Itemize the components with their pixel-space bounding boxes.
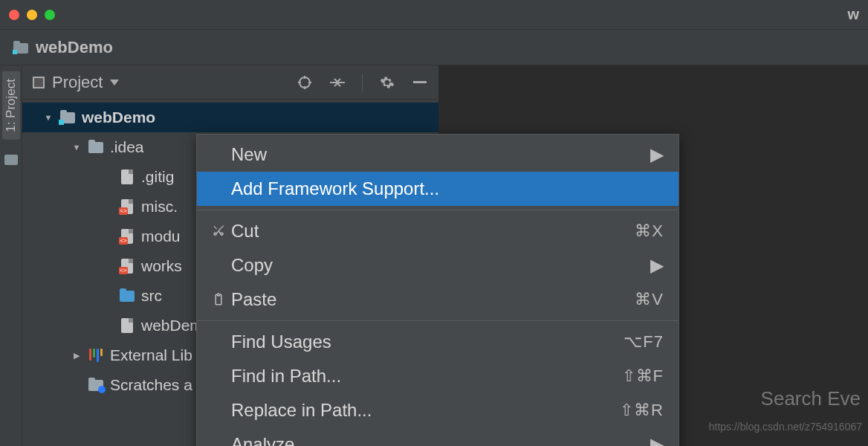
- menu-item[interactable]: Analyze▶: [197, 427, 678, 446]
- menu-shortcut: ⌥F7: [624, 332, 664, 352]
- tree-node-label: webDem: [141, 317, 203, 334]
- maximize-window-icon[interactable]: [45, 10, 55, 20]
- menu-item[interactable]: Copy▶: [197, 248, 678, 282]
- xml-file-icon: <>: [119, 259, 135, 273]
- tree-node-label: misc.: [141, 198, 178, 216]
- menu-item[interactable]: New▶: [197, 138, 678, 172]
- menu-shortcut: ⇧⌘F: [622, 366, 664, 386]
- xml-file-icon: <>: [119, 200, 135, 213]
- svg-point-0: [299, 77, 310, 88]
- locate-icon[interactable]: [297, 74, 313, 91]
- module-folder-icon: [13, 42, 28, 54]
- cut-icon: [206, 224, 231, 238]
- context-menu: New▶Add Framework Support...Cut⌘XCopy▶Pa…: [196, 134, 679, 446]
- xml-file-icon: <>: [119, 230, 135, 243]
- window-controls: [9, 10, 55, 20]
- structure-tool-icon[interactable]: [4, 155, 18, 165]
- menu-item-label: Analyze: [231, 434, 650, 446]
- project-view-icon: [33, 77, 45, 88]
- blue-folder-icon: [119, 289, 135, 303]
- tree-node-label: modu: [141, 227, 181, 245]
- library-icon: [88, 349, 104, 362]
- gear-icon[interactable]: [379, 74, 395, 91]
- menu-separator: [197, 320, 678, 321]
- file-icon: [119, 170, 135, 184]
- breadcrumb-project[interactable]: webDemo: [36, 38, 113, 57]
- menu-shortcut: ⌘V: [635, 290, 664, 309]
- menu-item[interactable]: Replace in Path...⇧⌘R: [197, 393, 678, 427]
- tree-node-label: Scratches a: [110, 376, 192, 394]
- tree-node-label: webDemo: [82, 109, 155, 126]
- menu-item[interactable]: Find Usages⌥F7: [197, 325, 678, 359]
- module-folder-icon: [59, 111, 76, 124]
- menu-separator: [197, 210, 678, 210]
- menu-item[interactable]: Paste⌘V: [197, 282, 678, 317]
- toolbar-separator: [362, 74, 363, 91]
- tree-node-label: .gitig: [141, 168, 174, 186]
- close-window-icon[interactable]: [9, 10, 19, 20]
- tree-node-label: src: [141, 287, 162, 305]
- collapse-all-icon[interactable]: [329, 74, 346, 91]
- menu-shortcut: ⇧⌘R: [620, 401, 664, 420]
- menu-item[interactable]: Add Framework Support...: [197, 172, 678, 206]
- menu-item-label: Find in Path...: [231, 366, 622, 387]
- watermark-url: https://blog.csdn.net/z754916067: [709, 421, 862, 433]
- minimize-window-icon[interactable]: [27, 10, 37, 20]
- svg-rect-6: [413, 81, 427, 83]
- scratch-icon: [88, 378, 104, 392]
- submenu-arrow-icon: ▶: [650, 255, 664, 276]
- menu-item[interactable]: Find in Path...⇧⌘F: [197, 359, 678, 393]
- folder-icon: [88, 140, 104, 154]
- panel-title[interactable]: Project: [52, 73, 103, 92]
- submenu-arrow-icon: ▶: [650, 434, 664, 446]
- menu-item-label: Paste: [231, 289, 635, 310]
- hide-panel-icon[interactable]: [412, 74, 428, 91]
- caret-icon[interactable]: [71, 143, 82, 152]
- window-title: w: [847, 6, 859, 23]
- menu-item[interactable]: Cut⌘X: [197, 214, 678, 248]
- project-tool-tab[interactable]: 1: Project: [2, 71, 20, 140]
- breadcrumb: webDemo: [0, 30, 868, 65]
- menu-shortcut: ⌘X: [635, 222, 664, 241]
- caret-icon[interactable]: [71, 351, 82, 361]
- menu-item-label: New: [231, 144, 650, 165]
- search-everywhere-hint: Search Eve: [761, 387, 861, 410]
- caret-icon[interactable]: [43, 113, 54, 122]
- menu-item-label: Copy: [231, 255, 650, 276]
- tree-node-label: .idea: [110, 138, 144, 156]
- left-tool-stripe: 1: Project: [0, 65, 22, 446]
- menu-item-label: Replace in Path...: [231, 400, 620, 421]
- file-icon: [119, 319, 135, 332]
- project-panel-header: Project: [22, 65, 438, 100]
- menu-item-label: Find Usages: [231, 332, 624, 352]
- menu-item-label: Cut: [231, 221, 635, 242]
- tree-node[interactable]: webDemo: [22, 103, 438, 132]
- tree-node-label: External Lib: [110, 346, 192, 364]
- title-bar: w: [0, 0, 868, 30]
- paste-icon: [206, 293, 231, 306]
- dropdown-arrow-icon[interactable]: [110, 80, 119, 85]
- submenu-arrow-icon: ▶: [650, 144, 664, 165]
- tree-node-label: works: [141, 257, 182, 275]
- menu-item-label: Add Framework Support...: [231, 178, 664, 199]
